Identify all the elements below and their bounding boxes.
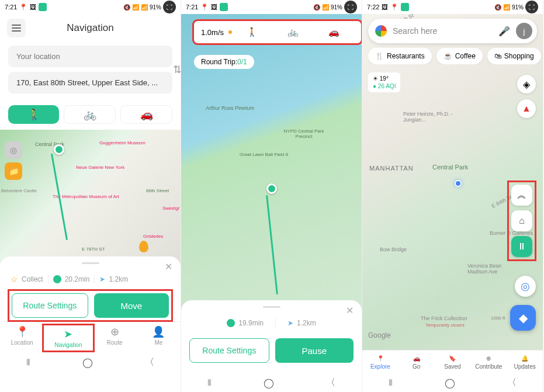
fake-gps-controls: ︽ ⌂ ⏸ — [508, 181, 536, 261]
swap-icon[interactable]: ⇅ — [173, 63, 181, 76]
action-buttons: Route Settings Move — [8, 290, 172, 321]
clock-icon — [53, 275, 61, 283]
pause-fab-button[interactable]: ⏸ — [511, 236, 532, 257]
action-buttons: Route Settings Pause — [189, 334, 354, 367]
map-poi-status: Temporarily closed — [425, 322, 465, 328]
nav-me[interactable]: 👤Me — [137, 325, 181, 351]
layers-icon: ◈ — [523, 79, 530, 90]
collect-button[interactable]: ☆Collect — [11, 275, 43, 284]
route-settings-button[interactable]: Route Settings — [189, 338, 269, 363]
scale-label: 1000 ft — [491, 315, 505, 321]
mic-icon[interactable]: 🎤 — [498, 26, 510, 37]
nav-navigation[interactable]: ➤Navigation — [44, 325, 92, 351]
nav-updates[interactable]: 🔔Updates — [507, 355, 543, 370]
close-button[interactable]: ✕ — [165, 261, 172, 272]
home-button[interactable]: ◯ — [264, 377, 274, 388]
status-bar: 7:21 📍 🖼 🔇 📶 91% ⛶ — [181, 0, 362, 14]
location-pin-icon: 📍 — [16, 325, 29, 338]
pause-button[interactable]: Pause — [275, 338, 354, 363]
map-layer-button[interactable]: ◎ — [5, 141, 22, 159]
arrow-icon: ➤ — [99, 275, 105, 283]
map-view[interactable]: ◎ 📁 Central Park Guggenheim Museum Neue … — [0, 130, 181, 267]
map-poi: Guggenheim Museum — [99, 140, 145, 145]
time-stat: 20.2min — [53, 275, 90, 283]
to-input[interactable]: 170, East 80th Street, Upper East Side, … — [8, 72, 172, 93]
recent-button[interactable]: ⦀ — [207, 377, 212, 388]
nav-explore[interactable]: 📍Explore — [362, 355, 399, 370]
app-status-icon — [220, 3, 228, 11]
battery-label: 91% — [150, 4, 161, 11]
screenshot-button[interactable]: ⛶ — [344, 1, 357, 13]
map-poi: Sweetgr — [162, 206, 179, 211]
weather-chip[interactable]: ☀ 19° ● 26 AQI — [368, 72, 400, 92]
mode-bike-button[interactable]: 🚲 — [64, 105, 116, 124]
back-button[interactable]: 〈 — [507, 377, 517, 389]
header: Navigation — [0, 14, 181, 42]
screenshot-button[interactable]: ⛶ — [525, 1, 538, 13]
mode-walk-button[interactable]: 🚶 — [8, 105, 59, 124]
recent-button[interactable]: ⦀ — [389, 377, 393, 388]
nav-go[interactable]: 🚗Go — [399, 355, 435, 370]
end-pin — [139, 241, 148, 252]
panel-handle[interactable] — [82, 262, 99, 264]
location-icon: 📍 — [200, 4, 209, 11]
bottom-panel: ✕ ☆Collect 20.2min ➤1.2km Route Settings… — [0, 256, 181, 321]
walk-icon[interactable]: 🚶 — [247, 27, 258, 37]
move-button[interactable]: Move — [94, 293, 169, 318]
nav-saved[interactable]: 🔖Saved — [435, 355, 471, 370]
navigation-icon: ➤ — [64, 328, 72, 341]
layers-button[interactable]: ◈ — [517, 75, 536, 93]
home-fab-button[interactable]: ⌂ — [511, 210, 532, 231]
chip-restaurants[interactable]: 🍴Restaurants — [368, 48, 432, 64]
bike-icon[interactable]: 🚲 — [287, 27, 299, 37]
screen-navigation-app: 7:21 📍 🖼 🔇 📶 📶 91% ⛶ Navigation 170, Eas… — [0, 0, 181, 392]
divider — [48, 275, 48, 284]
image-icon: 🖼 — [30, 4, 36, 11]
coffee-icon: ☕ — [443, 52, 452, 60]
map-poi: The Frick Collection — [421, 315, 467, 321]
round-trip-indicator[interactable]: Round Trip:0/1 — [194, 55, 254, 69]
back-button[interactable]: 〈 — [326, 377, 335, 389]
status-time: 7:21 — [186, 4, 198, 11]
google-logo-icon — [375, 25, 387, 37]
status-time: 7:21 — [5, 4, 17, 11]
battery-label: 91% — [512, 4, 524, 11]
collapse-button[interactable]: ︽ — [511, 185, 532, 206]
chip-coffee[interactable]: ☕Coffee — [436, 48, 483, 64]
map-poi: Bow Bridge — [380, 247, 407, 252]
search-bar[interactable]: Search here 🎤 j — [368, 19, 537, 43]
car-icon[interactable]: 🚗 — [328, 27, 339, 37]
recent-button[interactable]: ⦀ — [26, 357, 30, 367]
directions-button[interactable]: ◆ — [510, 305, 536, 331]
signal-icon: 📶 — [141, 4, 148, 11]
nav-contribute[interactable]: ⊕Contribute — [470, 355, 507, 370]
panel-handle[interactable] — [263, 306, 280, 308]
compass-icon: ▲ — [522, 103, 531, 114]
start-pin — [54, 144, 64, 155]
avatar[interactable]: j — [516, 23, 532, 39]
mode-car-button[interactable]: 🚗 — [120, 105, 172, 124]
search-placeholder: Search here — [393, 26, 493, 36]
compass-button[interactable]: ▲ — [517, 99, 536, 118]
speed-bar[interactable]: 1.0m/s 🚶 🚲 🚗 — [194, 21, 361, 43]
distance-stat: ➤1.2km — [99, 275, 128, 283]
bell-icon: 🔔 — [521, 355, 528, 362]
from-input[interactable] — [8, 46, 172, 67]
chip-shopping[interactable]: 🛍Shopping — [487, 48, 541, 64]
screenshot-button[interactable]: ⛶ — [163, 1, 176, 13]
home-button[interactable]: ◯ — [445, 377, 455, 388]
home-button[interactable]: ◯ — [82, 357, 93, 368]
back-button[interactable]: 〈 — [145, 356, 154, 369]
time-stat: 19.9min — [227, 319, 264, 327]
aqi-icon: ● — [373, 83, 376, 89]
close-button[interactable]: ✕ — [346, 305, 354, 316]
route-icon: ⊕ — [110, 325, 119, 338]
locate-me-button[interactable]: ◎ — [515, 276, 536, 297]
mute-icon: 🔇 — [494, 4, 501, 11]
map-folder-button[interactable]: 📁 — [5, 162, 22, 180]
route-settings-button[interactable]: Route Settings — [12, 293, 88, 318]
nav-route[interactable]: ⊕Route — [93, 325, 137, 351]
bookmark-icon: 🔖 — [449, 355, 456, 362]
nav-location[interactable]: 📍Location — [0, 325, 44, 351]
map-poi: NYPD Central Park Precinct — [280, 129, 327, 139]
